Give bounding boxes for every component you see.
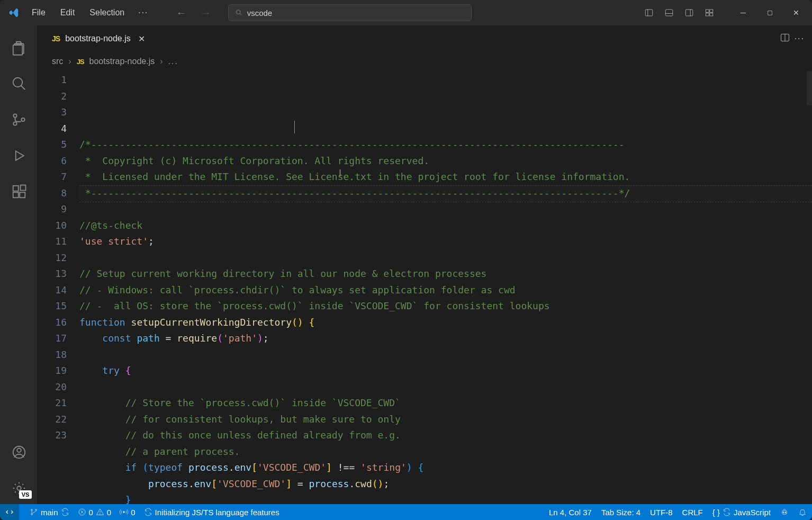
- svg-point-0: [236, 10, 240, 14]
- svg-rect-24: [21, 185, 26, 191]
- svg-rect-9: [710, 10, 713, 12]
- toggle-primary-sidebar-button[interactable]: [640, 4, 657, 21]
- svg-rect-21: [13, 186, 19, 191]
- breadcrumb-more[interactable]: ...: [168, 57, 178, 66]
- customize-layout-button[interactable]: [701, 4, 718, 21]
- svg-line-1: [240, 14, 241, 15]
- svg-rect-4: [665, 10, 673, 16]
- status-bar: main 0 0 0 Initializing JS/TS language f…: [0, 504, 812, 520]
- copilot-icon: [780, 508, 789, 516]
- nav-arrows: ← →: [172, 5, 215, 21]
- sync-icon: [61, 508, 69, 516]
- svg-rect-11: [710, 13, 713, 16]
- svg-line-16: [21, 86, 25, 90]
- line-number-gutter: 1234567891011121314151617181920212223: [37, 71, 79, 504]
- broadcast-icon: [120, 508, 128, 516]
- warning-count: 0: [107, 508, 111, 517]
- source-control-button[interactable]: [3, 104, 34, 136]
- menu-file[interactable]: File: [25, 5, 52, 21]
- breadcrumb-segment-file[interactable]: bootstrap-node.js: [89, 57, 155, 66]
- window-minimize-button[interactable]: ─: [732, 1, 755, 24]
- svg-point-26: [17, 449, 21, 453]
- search-icon: [235, 8, 243, 17]
- svg-point-30: [31, 509, 33, 511]
- code-editor[interactable]: 1234567891011121314151617181920212223 I …: [37, 71, 812, 504]
- window-maximize-button[interactable]: [758, 1, 781, 24]
- menu-selection[interactable]: Selection: [83, 5, 131, 21]
- javascript-file-icon: JS: [52, 34, 60, 43]
- indentation-status[interactable]: Tab Size: 4: [601, 508, 640, 517]
- menu-more[interactable]: ···: [133, 5, 154, 21]
- search-button[interactable]: [3, 68, 34, 100]
- svg-marker-20: [16, 151, 24, 160]
- manage-button[interactable]: [3, 472, 34, 504]
- tab-label: bootstrap-node.js: [65, 34, 131, 43]
- problems-status[interactable]: 0 0: [78, 508, 112, 517]
- encoding-status[interactable]: UTF-8: [650, 508, 673, 517]
- remote-indicator-button[interactable]: [0, 504, 19, 520]
- svg-point-17: [13, 114, 16, 117]
- svg-rect-2: [645, 10, 653, 16]
- error-icon: [78, 508, 86, 516]
- svg-rect-6: [685, 10, 693, 16]
- braces-icon: { }: [712, 508, 720, 517]
- eol-status[interactable]: CRLF: [682, 508, 703, 517]
- notifications-button[interactable]: [798, 508, 807, 516]
- warning-icon: [96, 508, 104, 516]
- sync-icon: [723, 508, 731, 516]
- run-debug-button[interactable]: [3, 140, 34, 172]
- nav-forward-button[interactable]: →: [196, 5, 215, 21]
- language-mode-status[interactable]: { } JavaScript: [712, 508, 771, 517]
- bell-icon: [798, 508, 807, 516]
- toggle-panel-button[interactable]: [661, 4, 678, 21]
- svg-rect-22: [13, 192, 19, 198]
- split-editor-button[interactable]: [780, 32, 790, 45]
- svg-rect-10: [706, 13, 709, 16]
- tab-bootstrap-node-js[interactable]: JS bootstrap-node.js ✕: [43, 25, 154, 51]
- chevron-right-icon: ›: [160, 57, 163, 66]
- minimap-scrollbar[interactable]: [807, 71, 812, 504]
- error-count: 0: [89, 508, 93, 517]
- javascript-file-icon: JS: [77, 58, 84, 66]
- breadcrumb-segment-src[interactable]: src: [52, 57, 63, 66]
- ports-status[interactable]: 0: [120, 508, 135, 517]
- toggle-secondary-sidebar-button[interactable]: [681, 4, 698, 21]
- command-center-search[interactable]: [228, 4, 472, 21]
- git-branch-name: main: [41, 508, 58, 517]
- search-input[interactable]: [247, 8, 465, 17]
- init-text: Initializing JS/TS language features: [155, 508, 279, 517]
- text-cursor: [294, 121, 295, 133]
- git-branch-status[interactable]: main: [30, 508, 69, 517]
- editor-tabs: JS bootstrap-node.js ✕ ···: [37, 25, 812, 52]
- ports-count: 0: [131, 508, 135, 517]
- svg-rect-8: [706, 10, 709, 12]
- vscode-logo: [4, 7, 23, 19]
- chevron-right-icon: ›: [68, 57, 71, 66]
- svg-point-18: [13, 122, 16, 125]
- editor-area: JS bootstrap-node.js ✕ ··· src › JS boot…: [37, 25, 812, 504]
- extensions-button[interactable]: [3, 176, 34, 208]
- code-content[interactable]: I /*------------------------------------…: [79, 71, 812, 504]
- editor-more-actions-button[interactable]: ···: [795, 34, 805, 43]
- accounts-button[interactable]: [3, 436, 34, 468]
- svg-point-37: [100, 514, 101, 514]
- svg-point-19: [21, 118, 24, 121]
- svg-point-27: [17, 486, 21, 490]
- svg-point-32: [35, 509, 37, 511]
- svg-point-15: [13, 78, 23, 87]
- explorer-button[interactable]: [3, 32, 34, 64]
- title-bar: File Edit Selection ··· ← → ─ ✕: [0, 0, 812, 25]
- nav-back-button[interactable]: ←: [172, 5, 191, 21]
- svg-point-38: [123, 512, 125, 513]
- breadcrumb[interactable]: src › JS bootstrap-node.js › ...: [37, 52, 812, 71]
- menu-edit[interactable]: Edit: [54, 5, 82, 21]
- cursor-position-status[interactable]: Ln 4, Col 37: [549, 508, 592, 517]
- language-init-status[interactable]: Initializing JS/TS language features: [144, 508, 279, 517]
- svg-point-40: [783, 512, 784, 513]
- svg-point-31: [31, 514, 33, 515]
- tab-close-button[interactable]: ✕: [138, 34, 145, 44]
- mouse-ibeam-cursor: I: [339, 165, 341, 182]
- copilot-status[interactable]: [780, 508, 789, 516]
- window-close-button[interactable]: ✕: [784, 1, 808, 24]
- svg-point-41: [785, 512, 786, 513]
